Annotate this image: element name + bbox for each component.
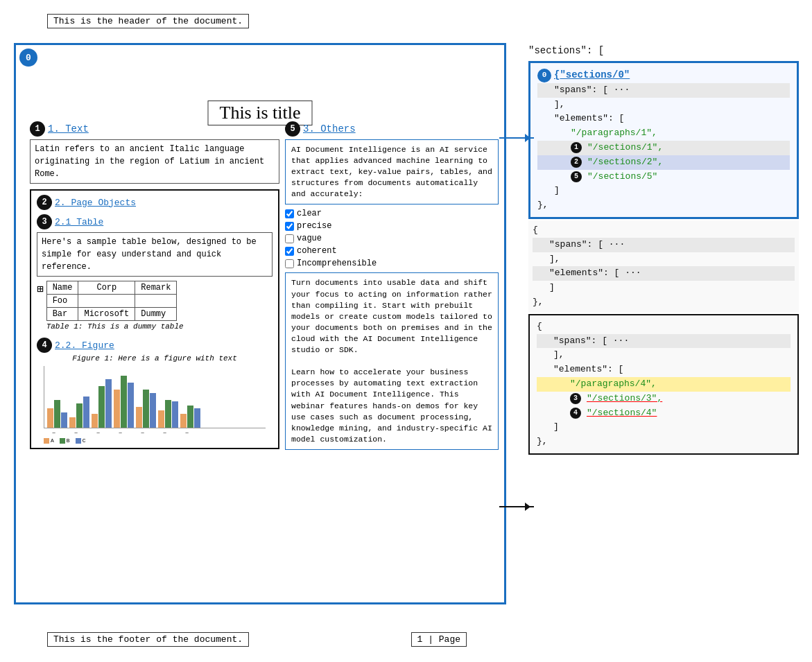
badge-2: 2: [37, 195, 52, 210]
bar-orange-1: [47, 408, 53, 428]
bar-blue-2: [83, 397, 89, 428]
bar-group-4: [114, 376, 134, 428]
json-middle-section: { "spans": [ ··· ], "elements": [ ··· ] …: [528, 220, 799, 313]
bar-blue-6: [172, 401, 178, 428]
json-item-sections1: 1 "/sections/1",: [537, 141, 790, 155]
table-row-1: Foo: [46, 295, 177, 308]
json-sections-0-text: "sections/0": [560, 67, 630, 82]
section-1-header: 1 1. Text: [30, 121, 279, 137]
col-name: Name: [46, 281, 78, 295]
json-paragraphs-1: "/paragraphs/1",: [571, 126, 657, 141]
bar-blue-5: [150, 393, 156, 428]
legend-orange: A: [44, 437, 54, 444]
doc-table: Name Corp Remark Foo: [46, 281, 178, 321]
legend-orange-label: A: [51, 437, 54, 444]
json-elements-bracket: : [: [608, 113, 624, 123]
json-last-spans-close: ],: [537, 348, 791, 363]
bar-green-7: [187, 406, 193, 428]
section-2-1-text: Here's a sample table below, designed to…: [37, 232, 273, 277]
json-last-close: },: [537, 435, 791, 449]
badge-4: 4: [37, 338, 52, 353]
json-last-elements-close: ]: [537, 420, 791, 435]
bar-blue-7: [194, 408, 200, 428]
json-spans-key: "spans": [554, 85, 592, 95]
ai-text-para-2: Learn how to accelerate your business pr…: [291, 367, 492, 445]
json-item-paragraphs1: "/paragraphs/1",: [537, 126, 790, 141]
json-middle-elements-close: ]: [533, 281, 795, 295]
json-badge-0: 0: [537, 69, 551, 82]
page-number: 1 | Page: [411, 632, 467, 647]
badge-3: 3: [37, 214, 52, 229]
figure-caption: Figure 1: Here is a figure with text: [37, 354, 273, 363]
section-1-text: Latin refers to an ancient Italic langua…: [30, 139, 279, 184]
json-elements-close: ]: [537, 184, 790, 198]
json-sections-0-link[interactable]: {: [554, 67, 560, 82]
chart-container: — — — — — — — A: [37, 365, 273, 444]
doc-badge-0: 0: [19, 49, 37, 67]
x-label-4: —: [110, 430, 130, 435]
arrow-black-head: [525, 503, 535, 511]
x-label-2: —: [66, 430, 86, 435]
json-middle-spans-close: ],: [533, 252, 795, 267]
json-sections-key: "sections": [528, 45, 587, 56]
legend-blue-label: C: [83, 437, 86, 444]
json-last-box: { "spans": [ ··· ], "elements": [ "/para…: [528, 314, 799, 455]
bar-blue-1: [61, 412, 67, 428]
json-middle-elements: "elements": [ ···: [533, 266, 795, 281]
json-sections-4: "/sections/4": [587, 406, 657, 421]
checkbox-precise-input[interactable]: [285, 222, 294, 231]
col-remark: Remark: [135, 281, 177, 295]
checkbox-vague-label: vague: [297, 234, 322, 243]
json-sections-label: "sections": [: [528, 43, 799, 58]
json-last-open: {: [537, 320, 791, 334]
section-2-2: 4 2.2. Figure Figure 1: Here is a figure…: [37, 338, 273, 444]
chart-x-labels: — — — — — — —: [44, 430, 266, 435]
bar-green-4: [121, 376, 127, 428]
checkbox-coherent-input[interactable]: [285, 247, 294, 256]
doc-table-container: Name Corp Remark Foo: [46, 281, 184, 331]
bar-orange-6: [158, 410, 164, 428]
checkbox-coherent-label: coherent: [297, 246, 337, 256]
bar-group-3: [92, 379, 112, 428]
legend-green-box: [60, 438, 65, 444]
badge-1: 1: [30, 121, 45, 137]
col-corp: Corp: [78, 281, 135, 295]
section-2-2-heading: 2.2. Figure: [55, 340, 114, 351]
bar-orange-4: [114, 390, 120, 428]
left-column: 1 1. Text Latin refers to an ancient Ita…: [30, 121, 279, 449]
section-2-heading: 2. Page Objects: [55, 198, 136, 208]
section-2-1-heading: 2.1 Table: [55, 217, 103, 227]
bar-blue-4: [128, 383, 134, 428]
json-spans-colon: : [ ···: [592, 85, 630, 95]
bar-blue-3: [105, 379, 112, 428]
checkbox-incomprehensible-label: Incomprehensible: [297, 259, 377, 268]
document-panel: 0 This is title 1 1. Text Latin refers t…: [14, 43, 506, 604]
json-panel: "sections": [ 0 { "sections/0" "spans": …: [528, 43, 799, 455]
legend-blue: C: [76, 437, 86, 444]
json-last-para4: "/paragraphs/4",: [537, 377, 791, 392]
ai-text-para-1: Turn documents into usable data and shif…: [291, 277, 492, 356]
document-footer: This is the footer of the document.: [47, 632, 249, 647]
checkbox-incomprehensible: Incomprehensible: [285, 259, 499, 268]
checkbox-precise-label: precise: [297, 221, 331, 231]
json-spans-close: ],: [537, 98, 790, 112]
ai-text-box-2: Turn documents into usable data and shif…: [285, 272, 499, 449]
checkbox-incomprehensible-input[interactable]: [285, 259, 294, 268]
right-column: 5 3. Others AI Document Intelligence is …: [285, 121, 499, 450]
x-label-6: —: [155, 430, 175, 435]
legend-blue-box: [76, 438, 81, 444]
json-badge-3-last: 3: [570, 393, 581, 404]
document-header: This is the header of the document.: [47, 14, 249, 28]
legend-green-label: B: [67, 437, 70, 444]
checkbox-coherent: coherent: [285, 246, 499, 256]
json-paragraphs-4: "/paragraphs/4",: [570, 378, 657, 389]
checkbox-precise: precise: [285, 221, 499, 231]
cell-bar: Bar: [46, 308, 78, 321]
table-wrapper: ⊞ Name Corp Remark: [37, 281, 273, 331]
json-sections-3: "/sections/3",: [587, 392, 662, 406]
checkbox-vague: vague: [285, 234, 499, 243]
checkbox-clear-input[interactable]: [285, 209, 294, 218]
cell-foo: Foo: [46, 295, 78, 308]
json-elements-label: "elements": [: [537, 112, 790, 126]
checkbox-vague-input[interactable]: [285, 234, 294, 243]
